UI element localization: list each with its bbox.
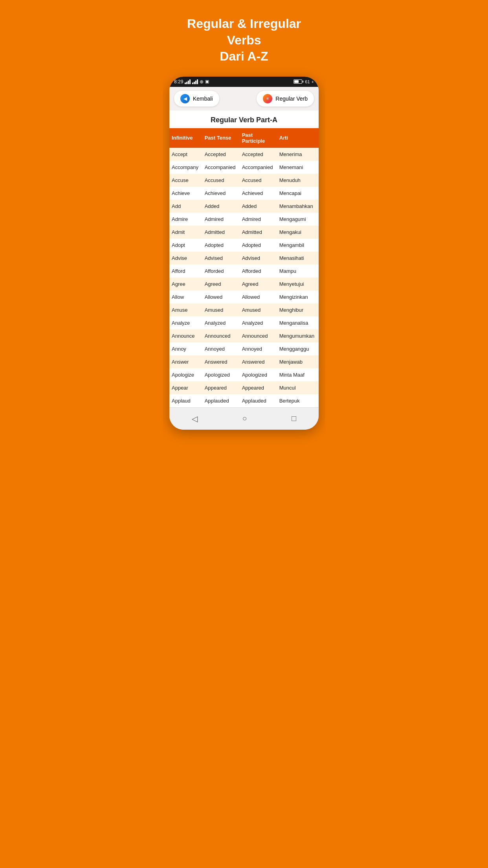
back-label: Kembali — [193, 96, 213, 102]
table-cell: Menjawab — [277, 355, 319, 368]
content-area: Regular Verb Part-A Infinitive Past Tens… — [169, 110, 319, 407]
table-cell: Menerima — [277, 148, 319, 161]
table-cell: Advised — [240, 252, 277, 265]
table-cell: Answer — [169, 355, 202, 368]
table-cell: Mampu — [277, 265, 319, 278]
table-row: AgreeAgreedAgreedMenyetujui — [169, 278, 319, 291]
table-cell: Advised — [202, 252, 240, 265]
table-cell: Allowed — [240, 291, 277, 303]
table-cell: Applaud — [169, 394, 202, 407]
section-title: Regular Verb Part-A — [169, 110, 319, 128]
table-cell: Adopted — [240, 239, 277, 252]
table-row: AccuseAccusedAccusedMenuduh — [169, 174, 319, 187]
app-title: Regular & Irregular VerbsDari A-Z — [163, 0, 325, 77]
verb-table: Infinitive Past Tense PastParticiple Art… — [169, 128, 319, 407]
table-cell: Mengambil — [277, 239, 319, 252]
table-row: AdviseAdvisedAdvisedMenasihati — [169, 252, 319, 265]
table-row: AmuseAmusedAmusedMenghibur — [169, 303, 319, 316]
table-cell: Appeared — [240, 381, 277, 394]
status-right: 61 + — [294, 79, 314, 84]
table-cell: Afforded — [240, 265, 277, 278]
table-cell: Accept — [169, 148, 202, 161]
table-cell: Admired — [240, 213, 277, 226]
table-cell: Menyetujui — [277, 278, 319, 291]
table-cell: Accused — [202, 174, 240, 187]
table-cell: Menambahkan — [277, 200, 319, 213]
col-infinitive: Infinitive — [169, 128, 202, 148]
table-cell: Admitted — [240, 226, 277, 239]
table-cell: Annoyed — [240, 342, 277, 355]
table-row: AddAddedAddedMenambahkan — [169, 200, 319, 213]
table-cell: Mengumumkan — [277, 329, 319, 342]
table-cell: Amuse — [169, 303, 202, 316]
table-cell: Analyze — [169, 316, 202, 329]
table-cell: Apologized — [202, 368, 240, 381]
table-cell: Adopted — [202, 239, 240, 252]
table-cell: Adopt — [169, 239, 202, 252]
table-cell: Menuduh — [277, 174, 319, 187]
table-cell: Admired — [202, 213, 240, 226]
table-cell: Allowed — [202, 291, 240, 303]
table-row: AnswerAnsweredAnsweredMenjawab — [169, 355, 319, 368]
table-cell: Applauded — [240, 394, 277, 407]
table-cell: Achieve — [169, 187, 202, 200]
table-cell: Appeared — [202, 381, 240, 394]
table-cell: Mengagumi — [277, 213, 319, 226]
regular-icon: ≡ — [263, 94, 272, 103]
table-cell: Advise — [169, 252, 202, 265]
table-cell: Announced — [202, 329, 240, 342]
table-cell: Apologized — [240, 368, 277, 381]
back-nav-button[interactable]: ◁ — [184, 412, 205, 425]
phone-frame: 8:29 ⊕ ▣ 61 + ◀ Kembali — [169, 77, 319, 430]
table-row: AnalyzeAnalyzedAnalyzedMenganalisa — [169, 316, 319, 329]
table-cell: Announce — [169, 329, 202, 342]
table-row: AcceptAcceptedAcceptedMenerima — [169, 148, 319, 161]
table-row: AllowAllowedAllowedMengizinkan — [169, 291, 319, 303]
table-header-row: Infinitive Past Tense PastParticiple Art… — [169, 128, 319, 148]
table-cell: Admitted — [202, 226, 240, 239]
table-row: ApologizeApologizedApologizedMinta Maaf — [169, 368, 319, 381]
table-cell: Afforded — [202, 265, 240, 278]
signal-icon-2 — [192, 79, 198, 84]
time-display: 8:29 — [174, 79, 183, 85]
back-button[interactable]: ◀ Kembali — [174, 91, 219, 107]
table-cell: Mencapai — [277, 187, 319, 200]
table-cell: Analyzed — [240, 316, 277, 329]
table-cell: Menemani — [277, 161, 319, 174]
table-cell: Accompanied — [202, 161, 240, 174]
table-cell: Bertepuk — [277, 394, 319, 407]
table-cell: Accompanied — [240, 161, 277, 174]
table-row: AchieveAchievedAchievedMencapai — [169, 187, 319, 200]
nav-bar: ◀ Kembali ≡ Regular Verb — [169, 87, 319, 110]
table-cell: Annoyed — [202, 342, 240, 355]
col-past-participle: PastParticiple — [240, 128, 277, 148]
table-cell: Achieved — [240, 187, 277, 200]
back-icon: ◀ — [180, 94, 190, 103]
regular-verb-button[interactable]: ≡ Regular Verb — [257, 91, 314, 107]
table-cell: Menasihati — [277, 252, 319, 265]
signal-icon — [185, 79, 191, 84]
table-cell: Mengganggu — [277, 342, 319, 355]
table-row: AdmitAdmittedAdmittedMengakui — [169, 226, 319, 239]
table-row: AnnounceAnnouncedAnnouncedMengumumkan — [169, 329, 319, 342]
status-left: 8:29 ⊕ ▣ — [174, 79, 209, 85]
table-cell: Accepted — [202, 148, 240, 161]
charge-icon: + — [312, 79, 314, 84]
wifi-icon: ⊕ — [200, 79, 204, 85]
table-cell: Minta Maaf — [277, 368, 319, 381]
table-cell: Admit — [169, 226, 202, 239]
table-cell: Amused — [202, 303, 240, 316]
table-row: AppearAppearedAppearedMuncul — [169, 381, 319, 394]
table-cell: Accuse — [169, 174, 202, 187]
col-past-tense: Past Tense — [202, 128, 240, 148]
table-cell: Agreed — [240, 278, 277, 291]
battery-icon — [294, 79, 303, 84]
recent-nav-button[interactable]: □ — [284, 412, 304, 425]
home-nav-button[interactable]: ○ — [234, 412, 255, 425]
table-row: AffordAffordedAffordedMampu — [169, 265, 319, 278]
table-cell: Accompany — [169, 161, 202, 174]
table-cell: Accused — [240, 174, 277, 187]
table-cell: Annoy — [169, 342, 202, 355]
table-cell: Menghibur — [277, 303, 319, 316]
bottom-nav: ◁ ○ □ — [169, 407, 319, 430]
